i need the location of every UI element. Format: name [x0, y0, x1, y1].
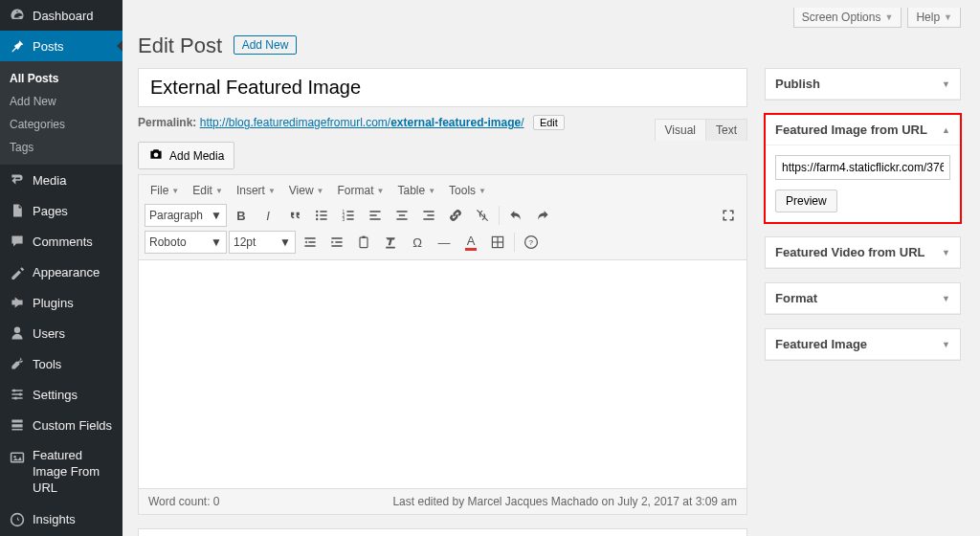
- publish-metabox-toggle[interactable]: Publish▼: [766, 69, 960, 100]
- menu-edit[interactable]: Edit ▼: [187, 181, 229, 200]
- sidebar-submenu-posts: All Posts Add New Categories Tags: [0, 61, 122, 165]
- svg-rect-20: [369, 214, 376, 216]
- blockquote-button[interactable]: [282, 204, 307, 227]
- help-button[interactable]: ?: [519, 231, 544, 254]
- sidebar-subitem-add-new[interactable]: Add New: [0, 90, 122, 113]
- sidebar-item-custom-fields[interactable]: Custom Fields: [0, 410, 122, 440]
- chevron-down-icon: ▼: [942, 294, 950, 303]
- featured-image-metabox-toggle[interactable]: Featured Image▼: [766, 329, 960, 360]
- outdent-button[interactable]: [298, 231, 323, 254]
- format-metabox: Format▼: [765, 282, 961, 315]
- sidebar-subitem-categories[interactable]: Categories: [0, 113, 122, 136]
- svg-rect-12: [320, 218, 326, 220]
- svg-point-9: [316, 214, 318, 216]
- svg-rect-25: [423, 211, 434, 212]
- sidebar-item-settings[interactable]: Settings: [0, 379, 122, 410]
- svg-rect-14: [346, 211, 353, 212]
- italic-button[interactable]: I: [256, 204, 280, 227]
- featured-video-metabox: Featured Video from URL▼: [765, 236, 961, 269]
- editor-content[interactable]: [139, 260, 746, 488]
- svg-rect-19: [369, 211, 380, 212]
- bold-button[interactable]: B: [229, 204, 254, 227]
- menu-file[interactable]: File ▼: [145, 181, 185, 200]
- link-button[interactable]: [443, 204, 468, 227]
- sidebar-item-dashboard[interactable]: Dashboard: [0, 0, 122, 31]
- hr-button[interactable]: —: [432, 231, 457, 254]
- svg-point-0: [12, 389, 15, 391]
- svg-point-2: [14, 396, 17, 399]
- chevron-down-icon: ▼: [942, 79, 950, 89]
- sidebar-item-label: Posts: [33, 39, 64, 54]
- sidebar-subitem-tags[interactable]: Tags: [0, 136, 122, 159]
- table-button[interactable]: [485, 231, 510, 254]
- word-count: Word count: 0: [148, 495, 219, 508]
- sidebar-item-pages[interactable]: Pages: [0, 195, 122, 226]
- bullet-list-button[interactable]: [309, 204, 334, 227]
- sidebar-item-label: Featured Image From URL: [33, 448, 115, 497]
- number-list-button[interactable]: 123: [336, 204, 361, 227]
- format-select[interactable]: Paragraph▼: [145, 204, 227, 227]
- visual-tab[interactable]: Visual: [655, 119, 706, 141]
- align-left-button[interactable]: [363, 204, 388, 227]
- edit-permalink-button[interactable]: Edit: [533, 115, 565, 130]
- sidebar-item-label: Appearance: [33, 265, 100, 279]
- featured-video-metabox-toggle[interactable]: Featured Video from URL▼: [766, 237, 960, 268]
- settings-icon: [10, 387, 25, 402]
- pin-icon: [10, 38, 25, 54]
- clear-format-button[interactable]: [378, 231, 403, 254]
- fifu-icon: [10, 450, 25, 465]
- undo-button[interactable]: [503, 204, 528, 227]
- sidebar-item-media[interactable]: Media: [0, 165, 122, 195]
- menu-table[interactable]: Table ▼: [391, 181, 441, 200]
- align-right-button[interactable]: [416, 204, 441, 227]
- comments-metabox[interactable]: Comments ▼: [138, 528, 747, 536]
- svg-rect-28: [304, 237, 315, 239]
- menu-format[interactable]: Format ▼: [332, 181, 390, 200]
- sidebar-item-fifu[interactable]: Featured Image From URL: [0, 440, 122, 504]
- comments-icon: [10, 234, 25, 249]
- svg-rect-26: [427, 214, 434, 216]
- sidebar-item-appearance[interactable]: Appearance: [0, 257, 122, 287]
- tools-icon: [10, 356, 25, 371]
- fullscreen-button[interactable]: [716, 204, 741, 227]
- format-metabox-toggle[interactable]: Format▼: [766, 283, 960, 314]
- text-tab[interactable]: Text: [706, 119, 747, 141]
- sidebar-item-insights[interactable]: Insights: [0, 504, 122, 535]
- svg-point-11: [316, 218, 318, 220]
- text-color-button[interactable]: A: [458, 231, 483, 254]
- media-icon: [10, 172, 25, 188]
- sidebar-item-plugins[interactable]: Plugins: [0, 287, 122, 318]
- font-size-select[interactable]: 12pt▼: [229, 231, 296, 254]
- screen-options-tab[interactable]: Screen Options▼: [793, 8, 902, 28]
- svg-rect-24: [396, 218, 407, 220]
- font-family-select[interactable]: Roboto▼: [145, 231, 227, 254]
- sidebar-item-users[interactable]: Users: [0, 318, 122, 348]
- unlink-button[interactable]: [470, 204, 495, 227]
- special-char-button[interactable]: Ω: [405, 231, 430, 254]
- sidebar-item-label: Insights: [33, 512, 76, 526]
- permalink-link[interactable]: http://blog.featuredimagefromurl.com/ext…: [200, 116, 524, 129]
- indent-button[interactable]: [324, 231, 349, 254]
- fifu-metabox-toggle[interactable]: Featured Image from URL▲: [766, 115, 960, 145]
- paste-button[interactable]: [351, 231, 376, 254]
- help-tab[interactable]: Help▼: [907, 8, 961, 28]
- add-media-button[interactable]: Add Media: [138, 142, 234, 169]
- menu-insert[interactable]: Insert ▼: [231, 181, 281, 200]
- sidebar-item-tools[interactable]: Tools: [0, 348, 122, 379]
- svg-point-1: [19, 392, 22, 395]
- menu-tools[interactable]: Tools ▼: [443, 181, 492, 200]
- svg-rect-35: [362, 236, 365, 238]
- svg-rect-30: [304, 245, 315, 247]
- sidebar-item-comments[interactable]: Comments: [0, 226, 122, 257]
- post-title-input[interactable]: [138, 68, 747, 107]
- fifu-preview-button[interactable]: Preview: [775, 190, 837, 212]
- sidebar-item-posts[interactable]: Posts: [0, 31, 122, 61]
- align-center-button[interactable]: [390, 204, 414, 227]
- add-new-button[interactable]: Add New: [234, 35, 298, 55]
- redo-button[interactable]: [530, 204, 555, 227]
- sidebar-subitem-all-posts[interactable]: All Posts: [0, 67, 122, 90]
- menu-view[interactable]: View ▼: [283, 181, 330, 200]
- svg-rect-22: [396, 211, 407, 212]
- fifu-url-input[interactable]: [775, 155, 950, 180]
- sidebar-item-label: Users: [33, 326, 65, 341]
